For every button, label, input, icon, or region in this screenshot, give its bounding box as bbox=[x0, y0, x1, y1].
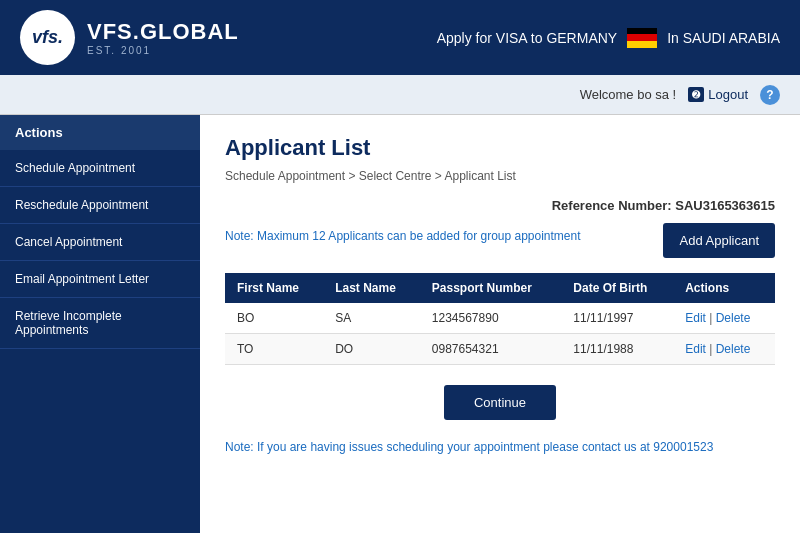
top-bar: Welcome bo sa ! ➋ Logout ? bbox=[0, 75, 800, 115]
col-dob: Date Of Birth bbox=[561, 273, 673, 303]
table-row: BO SA 1234567890 11/11/1997 Edit | Delet… bbox=[225, 303, 775, 334]
cell-actions-2: Edit | Delete bbox=[673, 334, 775, 365]
germany-flag-icon bbox=[627, 28, 657, 48]
content-area: Applicant List Schedule Appointment > Se… bbox=[200, 115, 800, 533]
top-action-bar: Note: Maximum 12 Applicants can be added… bbox=[225, 223, 775, 258]
edit-link-1[interactable]: Edit bbox=[685, 311, 706, 325]
col-actions: Actions bbox=[673, 273, 775, 303]
cell-last-name-1: SA bbox=[323, 303, 420, 334]
sidebar: Actions Schedule Appointment Reschedule … bbox=[0, 115, 200, 533]
cell-last-name-2: DO bbox=[323, 334, 420, 365]
edit-link-2[interactable]: Edit bbox=[685, 342, 706, 356]
main-layout: Actions Schedule Appointment Reschedule … bbox=[0, 115, 800, 533]
apply-text: Apply for VISA to GERMANY bbox=[437, 30, 618, 46]
help-button[interactable]: ? bbox=[760, 85, 780, 105]
in-country-text: In SAUDI ARABIA bbox=[667, 30, 780, 46]
logout-label: Logout bbox=[708, 87, 748, 102]
breadcrumb: Schedule Appointment > Select Centre > A… bbox=[225, 169, 775, 183]
col-first-name: First Name bbox=[225, 273, 323, 303]
welcome-text: Welcome bo sa ! bbox=[580, 87, 677, 102]
vfs-logo-text: VFS.GLOBAL bbox=[87, 19, 239, 45]
continue-button[interactable]: Continue bbox=[444, 385, 556, 420]
sidebar-item-email[interactable]: Email Appointment Letter bbox=[0, 261, 200, 298]
sidebar-item-cancel[interactable]: Cancel Appointment bbox=[0, 224, 200, 261]
vfs-logo-circle: vfs. bbox=[20, 10, 75, 65]
cell-actions-1: Edit | Delete bbox=[673, 303, 775, 334]
cell-passport-2: 0987654321 bbox=[420, 334, 562, 365]
applicant-table: First Name Last Name Passport Number Dat… bbox=[225, 273, 775, 365]
header: vfs. VFS.GLOBAL EST. 2001 Apply for VISA… bbox=[0, 0, 800, 75]
bottom-note: Note: If you are having issues schedulin… bbox=[225, 440, 775, 454]
sidebar-item-schedule[interactable]: Schedule Appointment bbox=[0, 150, 200, 187]
cell-first-name-2: TO bbox=[225, 334, 323, 365]
sidebar-item-reschedule[interactable]: Reschedule Appointment bbox=[0, 187, 200, 224]
cell-first-name-1: BO bbox=[225, 303, 323, 334]
sidebar-header: Actions bbox=[0, 115, 200, 150]
cell-dob-1: 11/11/1997 bbox=[561, 303, 673, 334]
delete-link-2[interactable]: Delete bbox=[716, 342, 751, 356]
cell-passport-1: 1234567890 bbox=[420, 303, 562, 334]
delete-link-1[interactable]: Delete bbox=[716, 311, 751, 325]
logout-icon: ➋ bbox=[688, 87, 704, 102]
sidebar-item-retrieve[interactable]: Retrieve Incomplete Appointments bbox=[0, 298, 200, 349]
table-row: TO DO 0987654321 11/11/1988 Edit | Delet… bbox=[225, 334, 775, 365]
max-applicants-note: Note: Maximum 12 Applicants can be added… bbox=[225, 229, 581, 243]
logout-button[interactable]: ➋ Logout bbox=[688, 87, 748, 102]
col-passport: Passport Number bbox=[420, 273, 562, 303]
vfs-logo-est: EST. 2001 bbox=[87, 45, 239, 56]
logo-area: vfs. VFS.GLOBAL EST. 2001 bbox=[20, 10, 239, 65]
reference-number: Reference Number: SAU3165363615 bbox=[225, 198, 775, 213]
page-title: Applicant List bbox=[225, 135, 775, 161]
add-applicant-button[interactable]: Add Applicant bbox=[663, 223, 775, 258]
header-right: Apply for VISA to GERMANY In SAUDI ARABI… bbox=[437, 28, 780, 48]
col-last-name: Last Name bbox=[323, 273, 420, 303]
cell-dob-2: 11/11/1988 bbox=[561, 334, 673, 365]
table-header-row: First Name Last Name Passport Number Dat… bbox=[225, 273, 775, 303]
